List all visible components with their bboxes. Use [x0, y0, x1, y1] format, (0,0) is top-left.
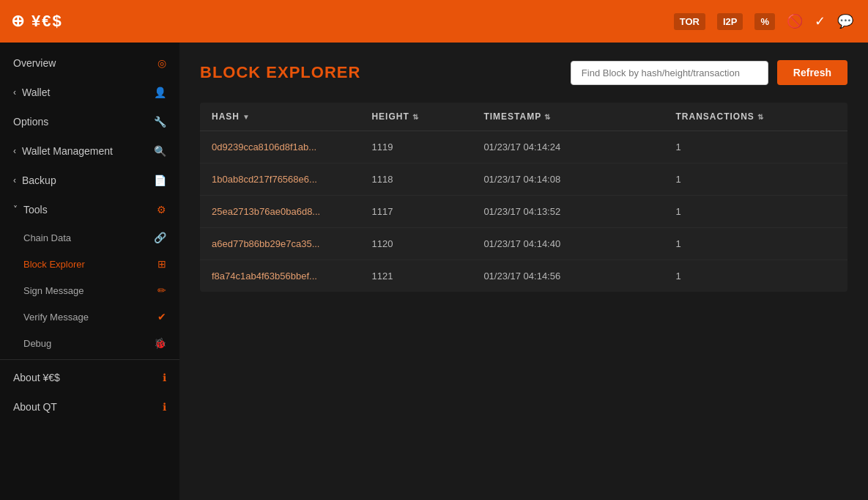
header-actions: Refresh	[571, 60, 847, 85]
block-table: HASH ▼ HEIGHT ⇅ TIMESTAMP ⇅ TRANSACTIONS…	[200, 103, 847, 292]
block-explorer-icon: ⊞	[157, 258, 166, 270]
main-content: TOR I2P % 🚫 ✓ 💬 BLOCK EXPLORER Refresh H…	[179, 0, 868, 500]
app-logo: ⊕ ¥€$	[11, 12, 63, 31]
wm-chevron-icon: ‹	[13, 146, 16, 156]
topbar: TOR I2P % 🚫 ✓ 💬	[179, 0, 868, 43]
cell-transactions: 1	[676, 174, 836, 185]
sidebar-item-label: Backup	[22, 174, 56, 186]
chain-data-label: Chain Data	[23, 232, 71, 243]
about-yes-icon: ℹ	[163, 372, 166, 383]
sidebar-item-wallet-management[interactable]: ‹ Wallet Management 🔍	[0, 136, 179, 166]
tools-chevron-icon: ˅	[13, 205, 18, 215]
wallet-chevron-icon: ‹	[13, 87, 16, 98]
cell-height: 1120	[371, 238, 483, 249]
page-title: BLOCK EXPLORER	[200, 63, 360, 82]
refresh-button[interactable]: Refresh	[777, 60, 847, 85]
backup-icon: 📄	[154, 174, 166, 186]
page-header: BLOCK EXPLORER Refresh	[200, 60, 847, 85]
debug-icon: 🐞	[154, 337, 166, 349]
options-icon: 🔧	[154, 116, 166, 128]
sidebar-item-block-explorer[interactable]: Block Explorer ⊞	[0, 251, 179, 277]
col-timestamp: TIMESTAMP ⇅	[483, 111, 675, 122]
tor-button[interactable]: TOR	[674, 13, 705, 30]
cell-hash: 0d9239cca8106d8f1ab...	[212, 141, 371, 152]
col-height: HEIGHT ⇅	[371, 111, 483, 122]
block-explorer-label: Block Explorer	[23, 259, 85, 270]
hash-sort-icon[interactable]: ▼	[242, 113, 251, 121]
cell-timestamp: 01/23/17 04:13:52	[483, 206, 675, 217]
about-qt-label: About QT	[13, 401, 57, 413]
cell-transactions: 1	[676, 206, 836, 217]
sidebar-item-options[interactable]: Options 🔧	[0, 107, 179, 136]
sidebar-item-verify-message[interactable]: Verify Message ✔	[0, 304, 179, 330]
cell-height: 1118	[371, 174, 483, 185]
about-qt-icon: ℹ	[163, 401, 166, 413]
sidebar-item-chain-data[interactable]: Chain Data 🔗	[0, 224, 179, 251]
page-content: BLOCK EXPLORER Refresh HASH ▼ HEIGHT ⇅ T…	[179, 43, 868, 500]
check-icon[interactable]: ✓	[815, 13, 826, 29]
sidebar-item-label: Wallet Management	[22, 145, 113, 157]
table-row[interactable]: 25ea2713b76ae0ba6d8... 1117 01/23/17 04:…	[200, 196, 847, 228]
cell-hash: 25ea2713b76ae0ba6d8...	[212, 206, 371, 217]
cell-height: 1121	[371, 271, 483, 282]
sidebar: ⊕ ¥€$ Overview ◎ ‹ Wallet 👤 Options 🔧 ‹	[0, 0, 179, 500]
sidebar-item-tools[interactable]: ˅ Tools ⚙	[0, 195, 179, 224]
cell-hash: 1b0ab8cd217f76568e6...	[212, 174, 371, 185]
wallet-icon: 👤	[154, 87, 166, 98]
sidebar-item-about-yes[interactable]: About ¥€$ ℹ	[0, 363, 179, 392]
col-transactions: TRANSACTIONS ⇅	[676, 111, 836, 122]
sidebar-navigation: Overview ◎ ‹ Wallet 👤 Options 🔧 ‹ Wallet…	[0, 43, 179, 500]
logo-area: ⊕ ¥€$	[0, 0, 179, 43]
table-row[interactable]: f8a74c1ab4f63b56bbef... 1121 01/23/17 04…	[200, 260, 847, 292]
cell-transactions: 1	[676, 141, 836, 152]
backup-chevron-icon: ‹	[13, 175, 16, 185]
col-hash: HASH ▼	[212, 111, 371, 122]
sidebar-item-backup[interactable]: ‹ Backup 📄	[0, 166, 179, 195]
chat-icon[interactable]: 💬	[837, 13, 853, 29]
cell-timestamp: 01/23/17 04:14:40	[483, 238, 675, 249]
table-row[interactable]: 0d9239cca8106d8f1ab... 1119 01/23/17 04:…	[200, 131, 847, 163]
table-header: HASH ▼ HEIGHT ⇅ TIMESTAMP ⇅ TRANSACTIONS…	[200, 103, 847, 131]
cell-timestamp: 01/23/17 04:14:08	[483, 174, 675, 185]
debug-label: Debug	[23, 338, 51, 349]
sidebar-item-debug[interactable]: Debug 🐞	[0, 330, 179, 356]
wm-icon: 🔍	[154, 145, 166, 157]
cell-timestamp: 01/23/17 04:14:24	[483, 141, 675, 152]
chain-data-icon: 🔗	[154, 232, 166, 243]
sidebar-item-wallet[interactable]: ‹ Wallet 👤	[0, 78, 179, 107]
about-yes-label: About ¥€$	[13, 372, 60, 383]
i2p-button[interactable]: I2P	[717, 13, 743, 30]
sidebar-divider	[0, 359, 179, 360]
sidebar-item-label: Options	[13, 116, 48, 128]
sidebar-item-sign-message[interactable]: Sign Message ✏	[0, 277, 179, 304]
overview-icon: ◎	[157, 57, 166, 69]
sign-message-label: Sign Message	[23, 285, 84, 296]
cell-hash: f8a74c1ab4f63b56bbef...	[212, 271, 371, 282]
cell-height: 1117	[371, 206, 483, 217]
cell-height: 1119	[371, 141, 483, 152]
sidebar-item-label: Tools	[23, 204, 48, 216]
cell-transactions: 1	[676, 271, 836, 282]
height-sort-icon[interactable]: ⇅	[412, 113, 419, 121]
tools-icon: ⚙	[157, 204, 166, 216]
sidebar-item-about-qt[interactable]: About QT ℹ	[0, 392, 179, 422]
cell-hash: a6ed77b86bb29e7ca35...	[212, 238, 371, 249]
table-row[interactable]: a6ed77b86bb29e7ca35... 1120 01/23/17 04:…	[200, 228, 847, 260]
sign-message-icon: ✏	[157, 284, 166, 296]
verify-message-label: Verify Message	[23, 312, 89, 323]
sidebar-item-label: Overview	[13, 57, 56, 69]
cell-timestamp: 01/23/17 04:14:56	[483, 271, 675, 282]
sidebar-item-label: Wallet	[22, 87, 50, 98]
transactions-sort-icon[interactable]: ⇅	[757, 113, 764, 121]
verify-message-icon: ✔	[157, 311, 166, 323]
table-body: 0d9239cca8106d8f1ab... 1119 01/23/17 04:…	[200, 131, 847, 292]
sidebar-item-overview[interactable]: Overview ◎	[0, 48, 179, 78]
timestamp-sort-icon[interactable]: ⇅	[544, 113, 551, 121]
cell-transactions: 1	[676, 238, 836, 249]
search-input[interactable]	[571, 61, 768, 85]
percent-button[interactable]: %	[754, 13, 775, 30]
table-row[interactable]: 1b0ab8cd217f76568e6... 1118 01/23/17 04:…	[200, 163, 847, 196]
cancel-icon[interactable]: 🚫	[787, 13, 803, 29]
